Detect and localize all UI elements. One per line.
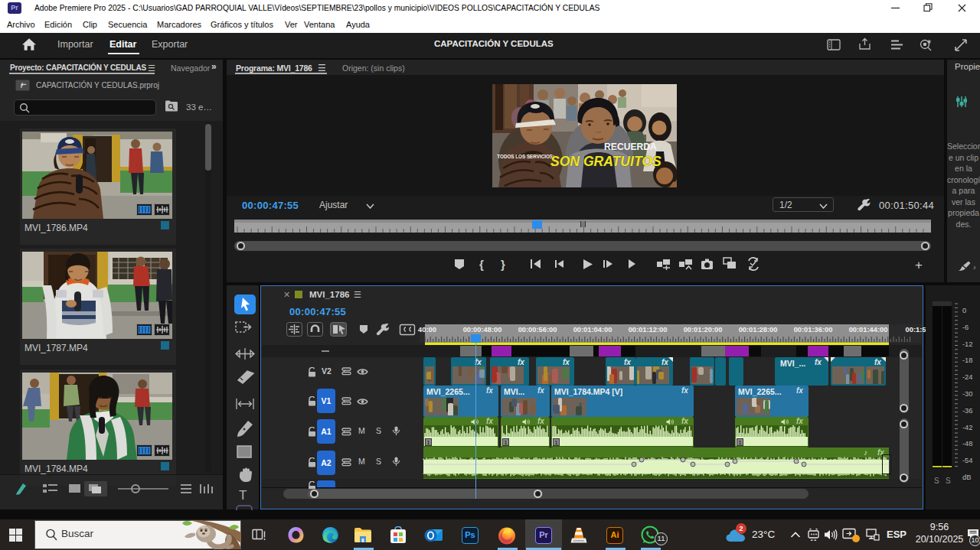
svg-text:-12: -12 [962, 340, 972, 348]
svg-text:-6: -6 [962, 324, 969, 331]
svg-text:-54: -54 [962, 457, 972, 464]
svg-text:-36: -36 [962, 407, 972, 415]
svg-text:0: 0 [962, 307, 966, 314]
svg-text:-42: -42 [962, 424, 972, 431]
svg-text:-48: -48 [962, 440, 972, 447]
svg-text:-30: -30 [962, 390, 972, 398]
svg-text:-18: -18 [962, 356, 972, 364]
svg-text:dB: dB [962, 474, 971, 481]
svg-text:-24: -24 [962, 373, 972, 381]
